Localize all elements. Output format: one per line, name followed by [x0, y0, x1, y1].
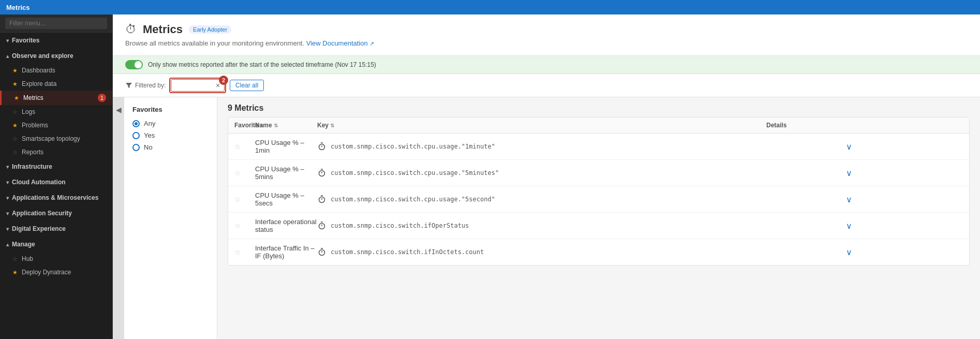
filter-tag-text: Text ~ "cisco"	[175, 82, 213, 89]
clear-all-button[interactable]: Clear all	[230, 80, 264, 91]
metrics-count: 9 Metrics	[217, 97, 980, 117]
radio-yes[interactable]	[132, 132, 140, 139]
metric-name: CPU Usage % – 1min	[255, 139, 317, 154]
col-header-favorite[interactable]: Favorite ▾	[234, 122, 255, 129]
col-header-name[interactable]: Name ⇅	[255, 122, 317, 129]
metrics-table: Favorite ▾ Name ⇅ Key ⇅ Details	[228, 117, 970, 266]
page-header: ⏱ Metrics Early Adopter Browse all metri…	[113, 14, 980, 56]
star-icon[interactable]: ☆	[234, 142, 255, 151]
collapse-panel-button[interactable]: ◀	[113, 97, 124, 339]
sidebar-item-reports[interactable]: ☆ Reports	[0, 145, 112, 159]
expand-icon[interactable]: ∨	[766, 168, 932, 178]
chevron-down-icon: ▾	[6, 164, 9, 170]
sidebar-section-cloud-header[interactable]: ▾ Cloud Automation	[0, 174, 112, 190]
radio-no[interactable]	[132, 144, 140, 151]
metric-key-text: custom.snmp.cisco.switch.ifOperStatus	[331, 222, 469, 229]
sidebar-item-reports-label: Reports	[22, 149, 43, 156]
filter-bar: Filtered by: Text ~ "cisco" × 2 Clear al…	[113, 74, 980, 97]
sidebar-section-favorites-label: Favorites	[12, 37, 39, 44]
timeframe-toggle[interactable]	[125, 60, 143, 69]
table-row: ☆ CPU Usage % – 1min custom.snmp.cisco.s…	[228, 134, 969, 160]
sidebar-item-problems[interactable]: ★ Problems	[0, 119, 112, 132]
sidebar-section-favorites-header[interactable]: ▾ Favorites	[0, 33, 112, 48]
sidebar-section-infrastructure-label: Infrastructure	[12, 163, 52, 170]
table-row: ☆ CPU Usage % – 5mins custom.snmp.cisco.…	[228, 160, 969, 186]
page-header-top: ⏱ Metrics Early Adopter	[125, 23, 968, 36]
step-badge: 2	[219, 76, 228, 85]
star-icon[interactable]: ☆	[234, 248, 255, 256]
sidebar-section-digital-label: Digital Experience	[12, 225, 66, 232]
favorites-radio-group: Any Yes No	[132, 120, 209, 151]
sidebar-section-infrastructure-header[interactable]: ▾ Infrastructure	[0, 159, 112, 174]
star-icon[interactable]: ☆	[234, 222, 255, 230]
page-icon: ⏱	[125, 23, 137, 36]
sidebar-item-deploy-label: Deploy Dynatrace	[22, 269, 71, 276]
toggle-bar: Only show metrics reported after the sta…	[113, 56, 980, 74]
radio-item-no[interactable]: No	[132, 143, 209, 151]
chevron-down-icon: ▾	[6, 195, 9, 201]
content-area: ⏱ Metrics Early Adopter Browse all metri…	[113, 14, 980, 339]
sidebar: ▾ Favorites ▴ Observe and explore ★ Dash…	[0, 14, 113, 339]
star-icon: ☆	[12, 109, 18, 115]
header-description: Browse all metrics available in your mon…	[125, 39, 968, 47]
metric-key-cell: custom.snmp.cisco.switch.cpu.usage."5sec…	[317, 195, 766, 204]
sidebar-item-hub[interactable]: ☆ Hub	[0, 252, 112, 266]
sidebar-item-smartscape[interactable]: ☆ Smartscape topology	[0, 132, 112, 145]
metric-type-icon	[317, 168, 326, 178]
sort-icon: ⇅	[274, 123, 278, 128]
sidebar-section-cloud: ▾ Cloud Automation	[0, 174, 112, 190]
metric-type-icon	[317, 142, 326, 151]
metric-name: Interface operational status	[255, 218, 317, 233]
star-icon: ★	[12, 81, 18, 87]
metric-key-text: custom.snmp.cisco.switch.cpu.usage."5sec…	[331, 196, 495, 203]
sidebar-section-apps-header[interactable]: ▾ Applications & Microservices	[0, 190, 112, 205]
metric-type-icon	[317, 247, 326, 257]
star-icon[interactable]: ☆	[234, 169, 255, 177]
sidebar-item-deploy[interactable]: ★ Deploy Dynatrace	[0, 266, 112, 279]
sidebar-item-explore-data[interactable]: ★ Explore data	[0, 77, 112, 91]
sidebar-item-logs[interactable]: ☆ Logs	[0, 105, 112, 119]
sidebar-item-dashboards[interactable]: ★ Dashboards	[0, 64, 112, 77]
star-icon[interactable]: ☆	[234, 195, 255, 203]
sidebar-section-favorites: ▾ Favorites	[0, 33, 112, 48]
radio-item-yes[interactable]: Yes	[132, 131, 209, 139]
expand-icon[interactable]: ∨	[766, 142, 932, 152]
chevron-down-icon: ▾	[6, 38, 9, 43]
expand-icon[interactable]: ∨	[766, 195, 932, 204]
expand-icon[interactable]: ∨	[766, 247, 932, 257]
chevron-up-icon: ▴	[6, 53, 9, 59]
sidebar-section-infrastructure: ▾ Infrastructure	[0, 159, 112, 174]
filter-funnel-icon: Filtered by:	[125, 82, 166, 89]
view-documentation-link[interactable]: View Documentation ↗	[306, 39, 375, 47]
table-row: ☆ CPU Usage % – 5secs custom.snmp.cisco.…	[228, 186, 969, 213]
sidebar-section-observe-header[interactable]: ▴ Observe and explore	[0, 48, 112, 64]
sidebar-item-metrics[interactable]: ★ Metrics 1	[0, 91, 112, 105]
page-title: Metrics	[143, 23, 183, 36]
sidebar-section-manage-label: Manage	[12, 241, 35, 248]
top-bar-title: Metrics	[6, 4, 30, 11]
early-adopter-badge: Early Adopter	[189, 25, 231, 34]
sidebar-filter-input[interactable]	[5, 18, 107, 29]
expand-icon[interactable]: ∨	[766, 221, 932, 231]
col-header-key[interactable]: Key ⇅	[317, 122, 766, 129]
sidebar-section-manage-header[interactable]: ▴ Manage	[0, 237, 112, 252]
metrics-badge: 1	[98, 94, 106, 102]
radio-any[interactable]	[132, 120, 140, 127]
metric-key-cell: custom.snmp.cisco.switch.ifOperStatus	[317, 221, 766, 230]
chevron-down-icon: ▾	[6, 226, 9, 232]
sidebar-section-appsec-header[interactable]: ▾ Application Security	[0, 205, 112, 221]
chevron-down-icon: ▾	[6, 180, 9, 185]
metric-type-icon	[317, 221, 326, 230]
favorites-panel: Favorites Any Yes No	[124, 97, 217, 339]
metric-key-text: custom.snmp.cisco.switch.ifInOctets.coun…	[331, 248, 484, 256]
sidebar-section-manage: ▴ Manage ☆ Hub ★ Deploy Dynatrace	[0, 237, 112, 279]
sidebar-section-cloud-label: Cloud Automation	[12, 179, 66, 186]
sidebar-filter-container[interactable]	[0, 14, 112, 33]
sidebar-section-digital-header[interactable]: ▾ Digital Experience	[0, 221, 112, 237]
radio-item-any[interactable]: Any	[132, 120, 209, 127]
metric-type-icon	[317, 195, 326, 204]
sidebar-item-smartscape-label: Smartscape topology	[22, 135, 80, 142]
toggle-knob	[135, 61, 142, 68]
toggle-text: Only show metrics reported after the sta…	[148, 61, 376, 68]
sidebar-section-appsec-label: Application Security	[12, 210, 72, 217]
